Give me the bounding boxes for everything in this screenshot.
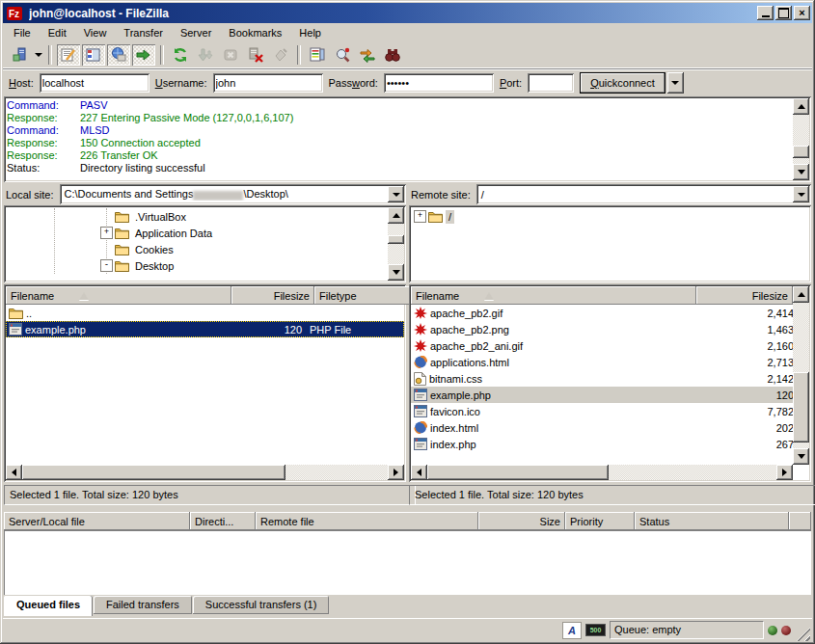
toggle-message-log-icon[interactable] — [57, 44, 80, 66]
username-input[interactable] — [213, 73, 323, 93]
scroll-thumb[interactable] — [793, 146, 809, 158]
column-header-filename[interactable]: Filename — [411, 286, 696, 305]
close-button[interactable]: × — [794, 6, 810, 20]
scroll-track[interactable] — [793, 115, 809, 164]
file-row-applications-html[interactable]: applications.html2,713 — [411, 354, 793, 370]
directory-comparison-icon[interactable] — [331, 44, 354, 66]
tree-item-cookies[interactable]: Cookies — [7, 241, 387, 257]
file-row-apache-pb2-ani-gif[interactable]: apache_pb2_ani.gif2,160 — [411, 337, 793, 354]
tab-failed-transfers[interactable]: Failed transfers — [94, 596, 192, 614]
queue-column-filler — [789, 512, 811, 530]
scroll-down-icon[interactable] — [793, 164, 809, 180]
column-header-filesize[interactable]: Filesize — [231, 286, 314, 305]
message-log-scrollbar[interactable] — [793, 98, 809, 180]
scroll-right-icon[interactable] — [388, 465, 404, 480]
toggle-transfer-queue-icon[interactable] — [132, 44, 155, 66]
menu-item-help[interactable]: Help — [290, 25, 330, 40]
scroll-track[interactable] — [388, 224, 404, 264]
tree-item--virtualbox[interactable]: .VirtualBox — [7, 208, 387, 225]
scroll-up-icon[interactable] — [793, 286, 809, 303]
find-files-icon[interactable] — [381, 44, 404, 66]
file-row-index-php[interactable]: index.php267 — [411, 436, 793, 452]
tab-queued-files[interactable]: Queued files — [4, 596, 93, 616]
password-input[interactable] — [384, 73, 494, 93]
file-row-apache-pb2-gif[interactable]: apache_pb2.gif2,414 — [411, 305, 793, 321]
scroll-track[interactable] — [793, 303, 809, 448]
scroll-left-icon[interactable] — [411, 465, 427, 480]
queue-column-directi-[interactable]: Directi... — [190, 512, 256, 530]
file-name: index.html — [430, 422, 478, 434]
file-row-example-php[interactable]: example.php120PHP File1 — [6, 321, 404, 337]
minimize-button[interactable] — [757, 6, 774, 20]
menu-item-edit[interactable]: Edit — [40, 25, 75, 40]
scroll-track[interactable] — [427, 465, 776, 480]
tree-item--[interactable]: +/ — [412, 208, 792, 225]
quickconnect-button[interactable]: Quickconnect — [580, 72, 666, 94]
menu-item-bookmarks[interactable]: Bookmarks — [220, 25, 290, 40]
remote-list-scrollbar[interactable] — [793, 286, 809, 465]
disconnect-icon[interactable] — [244, 44, 267, 66]
scroll-down-icon[interactable] — [793, 448, 809, 465]
menu-item-server[interactable]: Server — [172, 25, 220, 40]
local-tree-scrollbar[interactable] — [388, 207, 404, 281]
tree-item-desktop[interactable]: -Desktop — [7, 257, 387, 274]
scroll-up-icon[interactable] — [388, 207, 404, 224]
expand-icon[interactable]: + — [100, 227, 113, 239]
folder-icon — [115, 259, 129, 272]
file-name-cell: index.php — [411, 436, 693, 452]
toolbar-separator — [297, 45, 301, 65]
queue-column-priority[interactable]: Priority — [565, 512, 635, 530]
column-header-filetype[interactable]: Filetype — [314, 286, 421, 305]
remote-site-combo[interactable]: / — [476, 184, 811, 204]
file-row--[interactable]: .. — [6, 305, 404, 321]
scroll-thumb[interactable] — [427, 465, 609, 480]
scroll-right-icon[interactable] — [776, 465, 793, 480]
menu-item-transfer[interactable]: Transfer — [115, 25, 172, 40]
queue-column-size[interactable]: Size — [478, 512, 565, 530]
scroll-up-icon[interactable] — [793, 98, 809, 115]
column-header-filename[interactable]: Filename — [6, 286, 231, 305]
toggle-remote-tree-icon[interactable] — [107, 44, 130, 66]
local-list-hscrollbar[interactable] — [6, 465, 404, 480]
port-input[interactable] — [528, 73, 574, 93]
scroll-thumb[interactable] — [22, 465, 285, 480]
file-row-favicon-ico[interactable]: favicon.ico7,782 — [411, 403, 793, 419]
resize-grip[interactable] — [797, 628, 810, 641]
file-row-example-php[interactable]: example.php120 — [411, 387, 793, 403]
tree-item-application-data[interactable]: +Application Data — [7, 225, 387, 241]
scroll-thumb[interactable] — [388, 235, 404, 244]
menu-item-view[interactable]: View — [75, 25, 116, 40]
toggle-local-tree-icon[interactable] — [82, 44, 105, 66]
local-site-combo[interactable]: C:\Documents and Settings\Desktop\ — [60, 184, 406, 204]
tab-successful-transfers-1-[interactable]: Successful transfers (1) — [193, 596, 330, 614]
queue-column-status[interactable]: Status — [635, 512, 789, 530]
scroll-track[interactable] — [22, 465, 388, 480]
scroll-down-icon[interactable] — [388, 264, 404, 281]
maximize-button[interactable] — [775, 6, 792, 20]
menu-item-file[interactable]: File — [5, 25, 40, 40]
file-row-apache-pb2-png[interactable]: apache_pb2.png1,463 — [411, 321, 793, 337]
local-site-dropdown-icon[interactable] — [388, 186, 404, 202]
site-manager-icon[interactable] — [8, 44, 31, 66]
directory-filter-icon[interactable] — [306, 44, 329, 66]
collapse-icon[interactable]: - — [100, 259, 113, 272]
queue-column-server-local-file[interactable]: Server/Local file — [4, 512, 190, 530]
site-manager-dropdown-icon[interactable] — [32, 44, 44, 66]
refresh-icon[interactable] — [169, 44, 192, 66]
log-line: Command:PASV — [7, 99, 792, 112]
scroll-thumb[interactable] — [793, 372, 809, 442]
folder-icon — [428, 210, 443, 223]
remote-list-hscrollbar[interactable] — [411, 465, 793, 480]
file-row-bitnami-css[interactable]: bitnami.css2,142 — [411, 370, 793, 387]
scroll-left-icon[interactable] — [6, 465, 22, 480]
column-header-filesize[interactable]: Filesize — [696, 286, 793, 305]
quickconnect-dropdown[interactable] — [667, 72, 684, 94]
remote-site-dropdown-icon[interactable] — [793, 186, 809, 202]
synchronized-browsing-icon[interactable] — [356, 44, 379, 66]
queue-column-remote-file[interactable]: Remote file — [256, 512, 478, 530]
file-name: applications.html — [430, 357, 509, 368]
expand-icon[interactable]: + — [414, 210, 426, 223]
file-row-index-html[interactable]: index.html202 — [411, 419, 793, 436]
file-name-cell: apache_pb2.gif — [411, 305, 693, 321]
host-input[interactable] — [40, 73, 149, 93]
